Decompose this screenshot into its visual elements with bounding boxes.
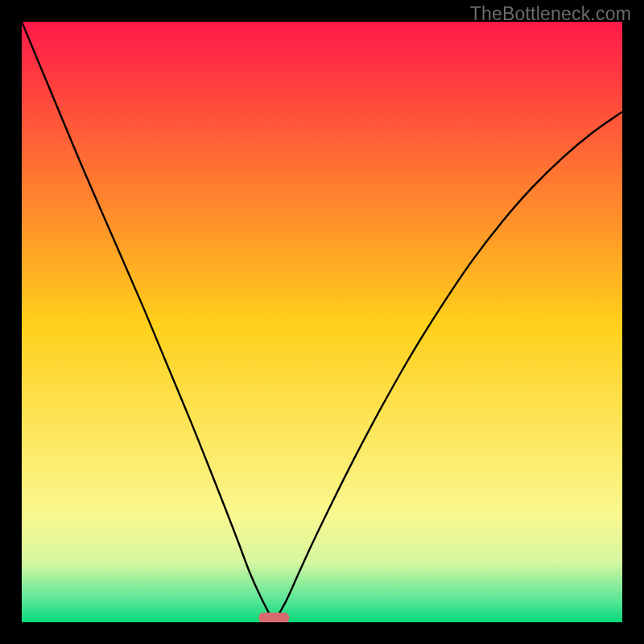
gradient-background	[22, 22, 622, 622]
chart-frame: TheBottleneck.com	[0, 0, 644, 644]
optimal-point-marker	[258, 613, 289, 622]
plot-area	[22, 22, 622, 622]
bottleneck-chart-svg	[22, 22, 622, 622]
